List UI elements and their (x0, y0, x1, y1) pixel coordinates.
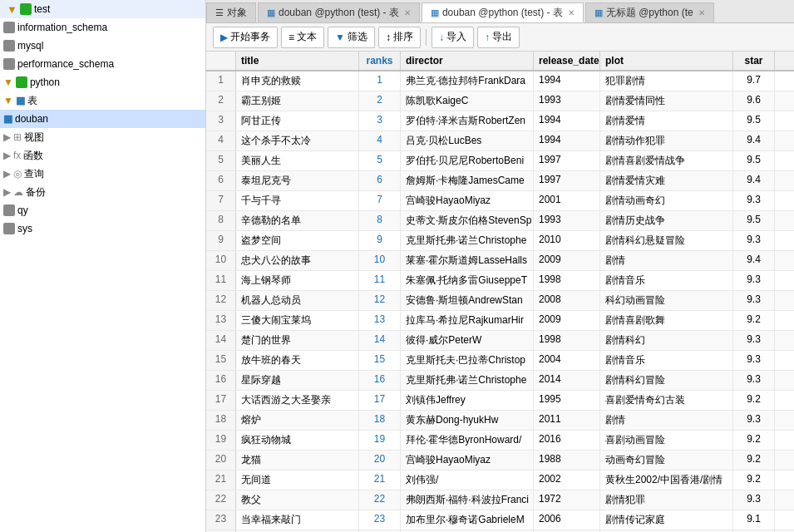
cell-director: 克里斯托弗·诺兰Christophe (401, 371, 534, 390)
cell-star: 9.3 (733, 231, 775, 250)
sidebar-item-backup-folder[interactable]: ▶ ☁ 备份 (0, 183, 205, 201)
cell-ranks: 8 (359, 211, 401, 230)
cell-rownum: 3 (206, 111, 236, 131)
btn-label-start-transaction: 开始事务 (230, 30, 270, 44)
cell-rownum: 4 (206, 131, 236, 150)
cell-director: 刘伟强/ (401, 470, 534, 490)
table-row[interactable]: 10 忠犬八公的故事 10 莱塞·霍尔斯道姆LasseHalls 2009 剧情… (206, 251, 794, 271)
main-area: ☰ 对象 ▦ douban @python (test) - 表 ✕ ▦ dou… (206, 0, 794, 532)
col-header-plot[interactable]: plot (600, 52, 733, 70)
sidebar-item-func-folder[interactable]: ▶ fx 函数 (0, 146, 205, 165)
cell-release-date: 1997 (534, 171, 600, 190)
table-row[interactable]: 20 龙猫 20 宫崎骏HayaoMiyaz 1988 动画奇幻冒险 9.2 (206, 451, 794, 470)
table-row[interactable]: 17 大话西游之大圣娶亲 17 刘镇伟Jeffrey 1995 喜剧爱情奇幻古装… (206, 391, 794, 411)
cell-director: 拉库马·希拉尼RajkumarHir (401, 311, 534, 330)
col-header-star[interactable]: star (733, 52, 775, 70)
cell-rownum: 20 (206, 451, 236, 470)
btn-label-export: 导出 (492, 30, 512, 44)
sidebar-item-query-folder[interactable]: ▶ ◎ 查询 (0, 165, 205, 183)
btn-import[interactable]: ↓ 导入 (432, 27, 474, 48)
cell-plot: 剧情科幻冒险 (600, 371, 733, 390)
table-row[interactable]: 7 千与千寻 7 宫崎骏HayaoMiyaz 2001 剧情动画奇幻 9.3 (206, 191, 794, 211)
tab-object[interactable]: ☰ 对象 (206, 2, 256, 22)
cell-release-date: 2011 (534, 411, 600, 430)
table-row[interactable]: 4 这个杀手不太冷 4 吕克·贝松LucBes 1994 剧情动作犯罪 9.4 (206, 131, 794, 151)
table-row[interactable]: 19 疯狂动物城 19 拜伦·霍华德ByronHoward/ 2016 喜剧动画… (206, 431, 794, 451)
table-row[interactable]: 1 肖申克的救赎 1 弗兰克·德拉邦特FrankDara 1994 犯罪剧情 9… (206, 71, 794, 91)
cell-release-date: 2004 (534, 351, 600, 370)
table-row[interactable]: 9 盗梦空间 9 克里斯托弗·诺兰Christophe 2010 剧情科幻悬疑冒… (206, 231, 794, 251)
table-row[interactable]: 16 星际穿越 16 克里斯托弗·诺兰Christophe 2014 剧情科幻冒… (206, 371, 794, 391)
table-row[interactable]: 21 无间道 21 刘伟强/ 2002 黄秋生2002/中国香港/剧情 9.2 (206, 470, 794, 490)
col-header-rownum (206, 52, 236, 70)
cell-ranks: 13 (359, 311, 401, 330)
table-row[interactable]: 11 海上钢琴师 11 朱塞佩·托纳多雷GiuseppeT 1998 剧情音乐 … (206, 271, 794, 291)
btn-sort[interactable]: ↕ 排序 (378, 27, 421, 48)
cell-plot: 科幻动画冒险 (600, 291, 733, 310)
cell-star: 9.3 (733, 351, 775, 370)
tab-close-1[interactable]: ✕ (404, 8, 411, 17)
cell-plot: 剧情喜剧爱情战争 (600, 151, 733, 170)
cell-rownum: 8 (206, 211, 236, 230)
cell-star: 9.4 (733, 171, 775, 190)
table-row[interactable]: 6 泰坦尼克号 6 詹姆斯·卡梅隆JamesCame 1997 剧情爱情灾难 9… (206, 171, 794, 191)
sidebar-label-douban: douban (15, 113, 48, 125)
cell-star: 9.3 (733, 271, 775, 290)
sidebar-item-qy[interactable]: qy (0, 201, 205, 219)
sidebar-label: information_schema (17, 22, 107, 33)
cell-director: 克里斯托夫·巴拉蒂Christop (401, 351, 534, 370)
cell-title: 海上钢琴师 (236, 271, 359, 290)
sidebar-item-test[interactable]: ▼ test (0, 0, 205, 18)
table-row[interactable]: 3 阿甘正传 3 罗伯特·泽米吉斯RobertZen 1994 剧情爱情 9.5 (206, 111, 794, 131)
cell-rownum: 23 (206, 510, 236, 530)
btn-text[interactable]: ≡ 文本 (281, 27, 324, 48)
table-row[interactable]: 18 熔炉 18 黄东赫Dong-hyukHw 2011 剧情 9.3 (206, 411, 794, 431)
col-header-director[interactable]: director (401, 52, 534, 70)
cell-rownum: 16 (206, 371, 236, 390)
sidebar-item-information-schema[interactable]: information_schema (0, 18, 205, 37)
sidebar-item-mysql[interactable]: mysql (0, 37, 205, 55)
cell-star: 9.7 (733, 71, 775, 91)
sidebar-item-performance-schema[interactable]: performance_schema (0, 55, 205, 73)
cell-title: 忠犬八公的故事 (236, 251, 359, 270)
table-row[interactable]: 14 楚门的世界 14 彼得·威尔PeterW 1998 剧情科幻 9.3 (206, 331, 794, 351)
col-header-release-date[interactable]: release_date (534, 52, 600, 70)
cell-release-date: 2008 (534, 291, 600, 310)
cell-ranks: 21 (359, 470, 401, 490)
cell-title: 放牛班的春天 (236, 351, 359, 370)
tab-close-3[interactable]: ✕ (698, 8, 705, 17)
sidebar-item-view-folder[interactable]: ▶ ⊞ 视图 (0, 128, 205, 146)
cell-release-date: 1997 (534, 151, 600, 170)
cell-title: 当幸福来敲门 (236, 510, 359, 530)
btn-start-transaction[interactable]: ▶ 开始事务 (213, 27, 278, 48)
sidebar-item-python[interactable]: ▼ python (0, 73, 205, 91)
table-row[interactable]: 12 机器人总动员 12 安德鲁·斯坦顿AndrewStan 2008 科幻动画… (206, 291, 794, 311)
tab-label-object: 对象 (227, 6, 247, 20)
tab-douban-2[interactable]: ▦ douban @python (test) - 表 ✕ (422, 2, 584, 22)
table-row[interactable]: 2 霸王别姬 2 陈凯歌KaigeC 1993 剧情爱情同性 9.6 (206, 91, 794, 111)
sidebar-item-sys[interactable]: sys (0, 219, 205, 238)
cell-release-date: 1972 (534, 490, 600, 510)
table-row[interactable]: 8 辛德勒的名单 8 史蒂文·斯皮尔伯格StevenSp 1993 剧情历史战争… (206, 211, 794, 231)
table-row[interactable]: 13 三傻大闹宝莱坞 13 拉库马·希拉尼RajkumarHir 2009 剧情… (206, 311, 794, 331)
cell-director: 安德鲁·斯坦顿AndrewStan (401, 291, 534, 310)
table-row[interactable]: 5 美丽人生 5 罗伯托·贝尼尼RobertoBeni 1997 剧情喜剧爱情战… (206, 151, 794, 171)
table-row[interactable]: 15 放牛班的春天 15 克里斯托夫·巴拉蒂Christop 2004 剧情音乐… (206, 351, 794, 371)
cell-title: 疯狂动物城 (236, 431, 359, 450)
cell-ranks: 1 (359, 71, 401, 91)
tab-close-2[interactable]: ✕ (568, 8, 575, 17)
sidebar-item-table-folder[interactable]: ▼ ▦ 表 (0, 91, 205, 110)
sidebar-item-douban[interactable]: ▦ douban (0, 110, 205, 128)
tab-douban-1[interactable]: ▦ douban @python (test) - 表 ✕ (258, 2, 420, 22)
cell-ranks: 3 (359, 111, 401, 131)
tab-untitled[interactable]: ▦ 无标题 @python (te ✕ (585, 2, 714, 22)
col-header-title[interactable]: title (236, 52, 359, 70)
cell-plot: 黄秋生2002/中国香港/剧情 (600, 470, 733, 490)
table-row[interactable]: 23 当幸福来敲门 23 加布里尔·穆奇诺GabrieleM 2006 剧情传记… (206, 510, 794, 530)
btn-filter[interactable]: ▼ 筛选 (328, 27, 375, 48)
sidebar-label: sys (17, 223, 32, 234)
cell-title: 阿甘正传 (236, 111, 359, 131)
btn-export[interactable]: ↑ 导出 (477, 27, 520, 48)
col-header-ranks[interactable]: ranks (359, 52, 401, 70)
table-row[interactable]: 22 教父 22 弗朗西斯·福特·科波拉Franci 1972 剧情犯罪 9.3 (206, 490, 794, 510)
